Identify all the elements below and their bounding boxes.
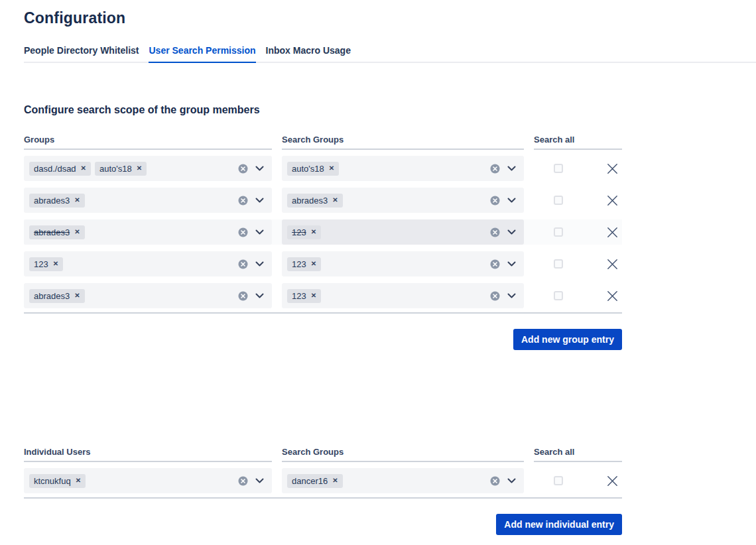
chip-remove-icon[interactable]: ✕: [74, 229, 80, 235]
column-header-search-all: Search all: [534, 447, 622, 462]
value-chip: ktcnukfuq✕: [29, 474, 86, 488]
add-new-group-entry-button[interactable]: Add new group entry: [513, 329, 622, 350]
search-groups-multiselect[interactable]: dancer16✕: [282, 468, 524, 493]
chip-remove-icon[interactable]: ✕: [137, 165, 142, 172]
chip-remove-icon[interactable]: ✕: [74, 197, 80, 204]
chevron-down-icon[interactable]: [255, 166, 264, 171]
search-groups-multiselect[interactable]: 123✕: [282, 219, 524, 245]
group-table: Groups Search Groups Search all dasd./ds…: [24, 135, 622, 314]
chip-remove-icon[interactable]: ✕: [53, 261, 58, 267]
clear-circle-icon[interactable]: [238, 196, 248, 206]
column-header-search-groups: Search Groups: [282, 135, 524, 150]
search-groups-multiselect[interactable]: auto's18✕: [282, 156, 524, 181]
value-chip: abrades3✕: [287, 194, 343, 208]
chevron-down-icon[interactable]: [507, 198, 516, 203]
chip-remove-icon[interactable]: ✕: [81, 165, 86, 172]
value-chip: auto's18✕: [287, 162, 339, 176]
delete-x-icon[interactable]: [607, 227, 618, 238]
clear-circle-icon[interactable]: [490, 259, 500, 269]
clear-circle-icon[interactable]: [490, 291, 500, 301]
tab-user-search-permission[interactable]: User Search Permission: [149, 45, 255, 63]
chip-remove-icon[interactable]: ✕: [76, 477, 81, 484]
chip-label: 123: [292, 291, 306, 301]
clear-circle-icon[interactable]: [238, 164, 248, 174]
chevron-down-icon[interactable]: [507, 229, 516, 235]
chevron-down-icon[interactable]: [507, 478, 516, 483]
chip-label: dancer16: [292, 476, 328, 486]
field-controls: [490, 227, 519, 237]
chip-remove-icon[interactable]: ✕: [332, 477, 338, 484]
field-controls: [238, 476, 267, 486]
delete-x-icon[interactable]: [607, 163, 618, 174]
search-all-checkbox[interactable]: [554, 227, 563, 237]
delete-x-icon[interactable]: [607, 290, 618, 302]
delete-x-icon[interactable]: [607, 475, 618, 487]
clear-circle-icon[interactable]: [238, 259, 248, 269]
value-chip: abrades3✕: [29, 194, 85, 208]
clear-circle-icon[interactable]: [490, 196, 500, 206]
tab-inbox-macro-usage[interactable]: Inbox Macro Usage: [266, 45, 351, 62]
table-row: dasd./dsad✕auto's18✕auto's18✕: [24, 156, 622, 181]
field-controls: [490, 291, 519, 301]
chip-remove-icon[interactable]: ✕: [332, 197, 338, 204]
chevron-down-icon[interactable]: [255, 261, 264, 267]
groups-multiselect[interactable]: abrades3✕: [24, 219, 272, 245]
group-section-heading: Configure search scope of the group memb…: [24, 104, 756, 116]
groups-multiselect[interactable]: abrades3✕: [24, 188, 272, 213]
search-all-checkbox[interactable]: [554, 164, 563, 173]
individual-section: Individual Users Search Groups Search al…: [24, 447, 756, 535]
chip-remove-icon[interactable]: ✕: [311, 261, 316, 267]
groups-multiselect[interactable]: 123✕: [24, 251, 272, 276]
row-actions: [534, 283, 622, 308]
chevron-down-icon[interactable]: [255, 293, 264, 298]
add-new-individual-entry-button[interactable]: Add new individual entry: [496, 514, 622, 535]
value-chip: 123✕: [287, 257, 321, 271]
tab-people-directory-whitelist[interactable]: People Directory Whitelist: [24, 45, 139, 62]
chip-remove-icon[interactable]: ✕: [74, 292, 80, 299]
individual-table: Individual Users Search Groups Search al…: [24, 447, 622, 499]
clear-circle-icon[interactable]: [238, 476, 248, 486]
search-all-checkbox[interactable]: [554, 476, 563, 485]
individual-users-multiselect[interactable]: ktcnukfuq✕: [24, 468, 272, 493]
chevron-down-icon[interactable]: [255, 478, 264, 483]
search-groups-multiselect[interactable]: 123✕: [282, 283, 524, 308]
search-groups-multiselect[interactable]: abrades3✕: [282, 188, 524, 213]
value-chip: auto's18✕: [95, 162, 147, 176]
clear-circle-icon[interactable]: [490, 476, 500, 486]
search-all-checkbox[interactable]: [554, 196, 563, 205]
chevron-down-icon[interactable]: [255, 229, 264, 235]
chevron-down-icon[interactable]: [255, 198, 264, 203]
groups-multiselect[interactable]: abrades3✕: [24, 283, 272, 308]
chevron-down-icon[interactable]: [507, 166, 516, 171]
page: Configuration People Directory Whitelist…: [0, 9, 756, 535]
row-actions: [534, 468, 622, 493]
value-chip: dasd./dsad✕: [29, 162, 91, 176]
field-controls: [238, 164, 267, 174]
chip-remove-icon[interactable]: ✕: [311, 229, 316, 235]
column-header-search-groups: Search Groups: [282, 447, 524, 462]
chip-label: 123: [292, 227, 306, 237]
groups-multiselect[interactable]: dasd./dsad✕auto's18✕: [24, 156, 272, 181]
value-chip: 123✕: [287, 225, 321, 239]
row-actions: [534, 156, 622, 181]
delete-x-icon[interactable]: [607, 259, 618, 270]
field-controls: [490, 259, 519, 269]
clear-circle-icon[interactable]: [238, 227, 248, 237]
clear-circle-icon[interactable]: [490, 164, 500, 174]
group-table-rows: dasd./dsad✕auto's18✕auto's18✕abrades3✕ab…: [24, 150, 622, 314]
chip-remove-icon[interactable]: ✕: [311, 292, 316, 299]
clear-circle-icon[interactable]: [238, 291, 248, 301]
delete-x-icon[interactable]: [607, 195, 618, 206]
search-all-checkbox[interactable]: [554, 291, 563, 300]
chip-label: abrades3: [34, 227, 70, 237]
chip-remove-icon[interactable]: ✕: [329, 165, 334, 172]
chip-label: auto's18: [292, 164, 324, 174]
search-groups-multiselect[interactable]: 123✕: [282, 251, 524, 276]
clear-circle-icon[interactable]: [490, 227, 500, 237]
search-all-checkbox[interactable]: [554, 259, 563, 269]
chevron-down-icon[interactable]: [507, 293, 516, 298]
value-chip: 123✕: [29, 257, 63, 271]
field-controls: [490, 164, 519, 174]
chip-label: abrades3: [292, 196, 328, 206]
chevron-down-icon[interactable]: [507, 261, 516, 267]
